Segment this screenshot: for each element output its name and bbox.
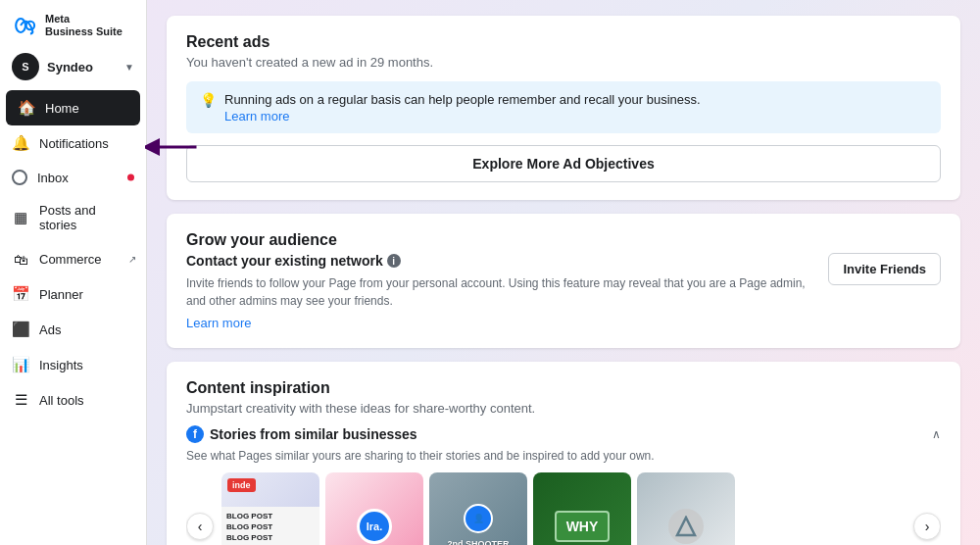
recent-ads-info-text: Running ads on a regular basis can help … <box>224 92 701 107</box>
chevron-down-icon: ▼ <box>124 62 134 73</box>
sidebar-item-alltools-label: All tools <box>39 393 84 408</box>
logo: Meta Business Suite <box>0 0 146 47</box>
story-why-label: WHY <box>555 511 611 542</box>
sidebar-item-inbox-label: Inbox <box>37 171 69 185</box>
svg-marker-4 <box>677 518 695 535</box>
recent-ads-info-box: 💡 Running ads on a regular basis can hel… <box>186 81 941 133</box>
story-content-1: BLOG POSTBLOG POSTBLOG POSTBLOG POSTBLOG… <box>221 507 319 545</box>
story-avatar-3: 👤 <box>464 504 493 533</box>
invite-friends-button[interactable]: Invite Friends <box>828 253 941 285</box>
audience-description: Invite friends to follow your Page from … <box>186 274 812 310</box>
audience-text: Contact your existing network i Invite f… <box>186 253 812 330</box>
story-card-3[interactable]: 👤 2nd SHOOTER <box>429 472 527 545</box>
grow-audience-title: Grow your audience <box>186 231 941 249</box>
sidebar-item-ads[interactable]: ⬛ Ads <box>0 312 146 347</box>
sidebar-item-commerce[interactable]: 🛍 Commerce ↗ <box>0 241 146 276</box>
info-circle-icon: i <box>387 254 401 268</box>
posts-icon: ▦ <box>12 209 29 226</box>
sidebar-item-commerce-label: Commerce <box>39 252 102 267</box>
story-card-4[interactable]: WHY <box>533 472 631 545</box>
insights-icon: 📊 <box>12 356 29 373</box>
facebook-icon: f <box>186 425 204 443</box>
story-card-5[interactable] <box>637 472 735 545</box>
content-inspiration-card: Content inspiration Jumpstart creativity… <box>167 362 960 545</box>
sidebar-item-planner[interactable]: 📅 Planner <box>0 276 146 312</box>
carousel-next-button[interactable]: › <box>913 513 941 540</box>
sidebar-item-home-label: Home <box>45 101 79 116</box>
recent-ads-learn-more[interactable]: Learn more <box>224 109 701 124</box>
recent-ads-card: Recent ads You haven't created a new ad … <box>167 16 960 200</box>
account-avatar: S <box>12 53 39 80</box>
carousel-prev-button[interactable]: ‹ <box>186 513 214 540</box>
explore-ad-objectives-button[interactable]: Explore More Ad Objectives <box>186 145 941 182</box>
sidebar: Meta Business Suite S Syndeo ▼ 🏠 Home 🔔 … <box>0 0 147 545</box>
meta-logo-icon <box>12 12 39 39</box>
logo-text: Meta Business Suite <box>45 13 122 38</box>
sidebar-item-planner-label: Planner <box>39 287 83 302</box>
bell-icon: 🔔 <box>12 134 29 152</box>
sidebar-item-insights-label: Insights <box>39 358 83 372</box>
sidebar-item-insights[interactable]: 📊 Insights <box>0 347 146 382</box>
stories-carousel: ‹ inde BLOG POSTBLOG POSTBLOG POSTBLOG P… <box>186 472 941 545</box>
content-inspiration-title: Content inspiration <box>186 379 941 397</box>
home-icon: 🏠 <box>18 99 35 117</box>
sidebar-item-inbox[interactable]: Inbox <box>0 161 146 194</box>
sidebar-item-ads-label: Ads <box>39 322 61 337</box>
story-avatar-2: Ira. <box>357 509 392 544</box>
sidebar-item-home[interactable]: 🏠 Home <box>6 90 140 125</box>
story-card-2[interactable]: Ira. <box>325 472 423 545</box>
account-name: Syndeo <box>47 60 117 74</box>
recent-ads-subtitle: You haven't created a new ad in 29 month… <box>186 55 941 70</box>
stories-title: f Stories from similar businesses <box>186 425 417 443</box>
sidebar-item-notifications-label: Notifications <box>39 136 109 151</box>
grow-audience-card: Grow your audience Contact your existing… <box>167 214 960 348</box>
alltools-icon: ☰ <box>12 391 29 409</box>
stories-header: f Stories from similar businesses ∧ <box>186 425 941 443</box>
content-inspiration-subtitle: Jumpstart creativity with these ideas fo… <box>186 401 941 416</box>
lightbulb-icon: 💡 <box>200 92 217 108</box>
story-card-1[interactable]: inde BLOG POSTBLOG POSTBLOG POSTBLOG POS… <box>221 472 319 545</box>
arrow-pointer <box>145 127 204 167</box>
recent-ads-title: Recent ads <box>186 33 941 51</box>
story-badge-1: inde <box>227 478 256 492</box>
stories-description: See what Pages similar yours are sharing… <box>186 449 941 463</box>
collapse-icon[interactable]: ∧ <box>932 427 941 441</box>
main-content: Recent ads You haven't created a new ad … <box>147 0 980 545</box>
sidebar-item-posts[interactable]: ▦ Posts and stories <box>0 194 146 241</box>
account-selector[interactable]: S Syndeo ▼ <box>0 47 146 90</box>
ads-icon: ⬛ <box>12 321 29 338</box>
sidebar-item-notifications[interactable]: 🔔 Notifications <box>0 125 146 161</box>
sidebar-item-posts-label: Posts and stories <box>39 203 134 232</box>
audience-section: Contact your existing network i Invite f… <box>186 253 941 330</box>
grow-audience-learn-more[interactable]: Learn more <box>186 316 812 330</box>
inbox-notification-dot <box>127 174 134 181</box>
inbox-icon <box>12 170 27 185</box>
external-link-icon: ↗ <box>128 254 136 265</box>
planner-icon: 📅 <box>12 285 29 303</box>
contact-network-heading: Contact your existing network i <box>186 253 812 269</box>
sidebar-item-alltools[interactable]: ☰ All tools <box>0 382 146 418</box>
story-label-3: 2nd SHOOTER <box>447 539 509 545</box>
story-logo-5 <box>668 509 704 544</box>
story-cards-container: inde BLOG POSTBLOG POSTBLOG POSTBLOG POS… <box>221 472 906 545</box>
commerce-icon: 🛍 <box>12 250 29 268</box>
